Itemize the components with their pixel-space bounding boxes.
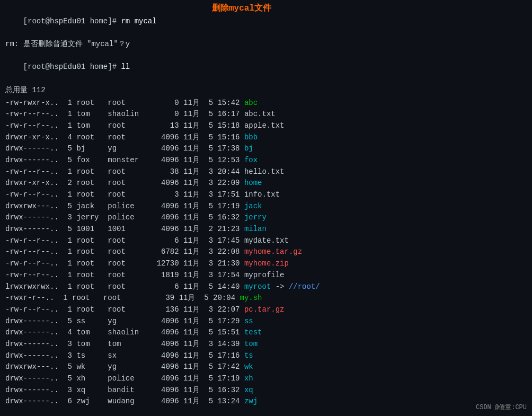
watermark: CSDN @傻童:CPU bbox=[476, 403, 527, 412]
file-row: drwxrwx---.. 5 wk yg 4096 11月 5 17:42 wk bbox=[5, 361, 527, 373]
total-line: 总用量 112 bbox=[5, 85, 527, 96]
annotation-text: 删除mycal文件 bbox=[212, 2, 271, 15]
file-listing: -rw-rwxr-x.. 1 root root 0 11月 5 15:42 a… bbox=[5, 98, 527, 408]
cmd-line-2: [root@hspEdu01 home]# ll bbox=[5, 50, 527, 85]
terminal-window: 删除mycal文件 [root@hspEdu01 home]# rm mycal… bbox=[0, 0, 532, 412]
prompt-2: [root@hspEdu01 home]# bbox=[23, 63, 121, 71]
file-row: drwx------.. 5 xh police 4096 11月 5 17:1… bbox=[5, 373, 527, 385]
file-row: drwx------.. 3 jerry police 4096 11月 5 1… bbox=[5, 212, 527, 224]
file-row: drwx------.. 5 fox monster 4096 11月 5 12… bbox=[5, 155, 527, 166]
file-row: -rw-r--r--.. 1 root root 1819 11月 3 17:5… bbox=[5, 270, 527, 281]
file-row: drwx------.. 4 tom shaolin 4096 11月 5 15… bbox=[5, 327, 527, 339]
file-row: drwx------.. 5 ss yg 4096 11月 5 17:29 ss bbox=[5, 316, 527, 328]
file-row: drwxr-xr-x.. 4 root root 4096 11月 5 15:1… bbox=[5, 132, 527, 144]
file-row: -rw-r--r--.. 1 root root 12730 11月 3 21:… bbox=[5, 258, 527, 270]
rm-response: rm: 是否删除普通文件 "mycal"？y bbox=[5, 39, 527, 50]
file-row: drwx------.. 6 zwj wudang 4096 11月 5 13:… bbox=[5, 396, 527, 408]
file-row: drwxr-xr-x.. 2 root root 4096 11月 3 22:0… bbox=[5, 178, 527, 189]
file-row: -rwxr-r--.. 1 root root 39 11月 5 20:04 m… bbox=[5, 293, 527, 304]
file-row: -rw-r--r--.. 1 root root 6782 11月 3 22:0… bbox=[5, 246, 527, 258]
file-row: drwxrwx---.. 5 jack police 4096 11月 5 17… bbox=[5, 201, 527, 213]
file-row: -rw-r--r--.. 1 tom root 13 11月 5 15:18 a… bbox=[5, 120, 527, 132]
file-row: drwx------.. 3 tom tom 4096 11月 3 14:39 … bbox=[5, 339, 527, 350]
command-1: rm mycal bbox=[121, 17, 156, 25]
file-row: drwx------.. 3 ts sx 4096 11月 5 17:16 ts bbox=[5, 350, 527, 362]
file-row: -rw-r--r--.. 1 root root 38 11月 3 20:44 … bbox=[5, 166, 527, 178]
command-2: ll bbox=[121, 63, 130, 71]
file-row: drwx------.. 5 bj yg 4096 11月 5 17:38 bj bbox=[5, 143, 527, 155]
file-row: -rw-r--r--.. 1 root root 6 11月 3 17:45 m… bbox=[5, 235, 527, 247]
file-row: drwx------.. 3 xq bandit 4096 11月 5 16:3… bbox=[5, 385, 527, 396]
file-row: -rw-r--r--.. 1 root root 3 11月 3 17:51 i… bbox=[5, 189, 527, 201]
file-row: drwx------.. 5 1001 1001 4096 11月 2 21:2… bbox=[5, 224, 527, 235]
file-row: lrwxrwxrwx.. 1 root root 6 11月 5 14:40 m… bbox=[5, 281, 527, 293]
file-row: -rw-r--r--.. 1 root root 136 11月 3 22:07… bbox=[5, 304, 527, 316]
file-row: -rw-r--r--.. 1 tom shaolin 0 11月 5 16:17… bbox=[5, 109, 527, 120]
file-row: -rw-rwxr-x.. 1 root root 0 11月 5 15:42 a… bbox=[5, 98, 527, 109]
prompt-1: [root@hspEdu01 home]# bbox=[23, 17, 121, 25]
